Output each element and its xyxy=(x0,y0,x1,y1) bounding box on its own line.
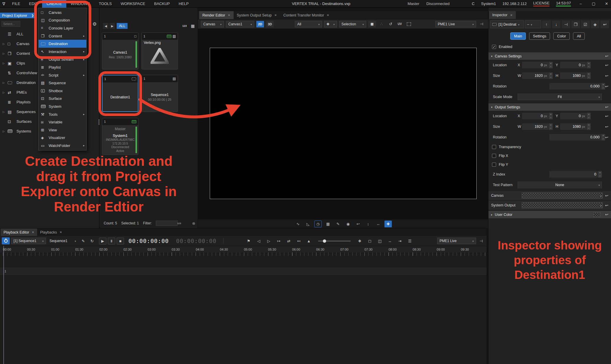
tab-render-editor[interactable]: Render Editor✕ xyxy=(199,11,234,19)
create-menu-item[interactable]: □ Canvas xyxy=(39,9,86,16)
playhead[interactable] xyxy=(4,246,4,364)
nav-next-button[interactable]: ▶ xyxy=(110,23,115,29)
close-tab-icon[interactable]: ✕ xyxy=(60,231,62,234)
inspector-tool-icon[interactable]: ↩ xyxy=(600,20,609,28)
stepper[interactable] xyxy=(549,123,553,130)
create-menu-item[interactable]: ◫ Composition xyxy=(39,16,86,24)
tile-destination1[interactable]: 1 Destination1 xyxy=(102,75,138,112)
canvas-size-h-field[interactable]: 1080px xyxy=(560,72,587,79)
transport-button[interactable]: ■ xyxy=(117,238,124,244)
create-menu-item[interactable]: ▭ WatchFolder ▸ xyxy=(39,142,86,150)
output-size-h-field[interactable]: 1080px xyxy=(560,123,587,130)
expand-arrow-icon[interactable]: ▷ xyxy=(3,62,8,65)
inspector-tool-icon[interactable]: ◈ xyxy=(591,20,600,28)
create-menu-item[interactable]: ❐ Content ▸ xyxy=(39,32,86,40)
create-menu-item[interactable]: (x) Variable xyxy=(39,118,86,126)
close-tab-icon[interactable]: ✕ xyxy=(228,14,230,17)
stepper[interactable] xyxy=(587,62,591,68)
z-index-field[interactable]: 0 xyxy=(549,171,598,178)
layer-filter-dropdown[interactable]: All xyxy=(295,21,322,27)
tile-vertex-png[interactable]: 1 ▧ Vertex.png xyxy=(141,32,178,70)
inspector-tool-icon[interactable]: ↑ xyxy=(542,20,551,28)
project-explorer-header[interactable]: Project Explorer ❯ xyxy=(0,13,36,18)
user-color-swatch[interactable] xyxy=(593,212,600,217)
expand-arrow-icon[interactable]: ▷ xyxy=(3,52,8,55)
timeline-tool-icon[interactable]: ◻ xyxy=(366,238,374,244)
viewport-tool-icon[interactable]: ◷ xyxy=(314,221,322,227)
tile-canvas1[interactable]: 1 □ Canvas1 Res: 1920,1080 xyxy=(102,32,138,70)
cue-tool-icon[interactable]: ◁ xyxy=(255,238,262,244)
filter-main-button[interactable]: Main xyxy=(510,32,526,40)
pme-live-dropdown[interactable]: PME1 Live xyxy=(437,238,476,244)
stepper[interactable] xyxy=(587,123,591,130)
inspector-tool-icon[interactable]: ☑ xyxy=(581,20,590,28)
flip-y-checkbox[interactable] xyxy=(492,163,496,167)
grid-view-icon[interactable]: ▦ xyxy=(191,24,195,28)
rotate-tool-icon[interactable]: ↺ xyxy=(387,21,394,27)
stepper[interactable] xyxy=(549,62,553,68)
cue-tool-icon[interactable]: ⇄ xyxy=(285,238,293,244)
timeline-tool-icon[interactable]: ❖ xyxy=(356,238,364,244)
menu-help[interactable]: HELP xyxy=(174,0,193,8)
expand-arrow-icon[interactable]: ▷ xyxy=(3,81,8,84)
pin-panel-icon[interactable]: ⊣ xyxy=(478,21,485,27)
menu-windows[interactable]: WINDOWS xyxy=(66,0,95,8)
stepper[interactable] xyxy=(549,72,553,79)
snap-grid-button[interactable]: ▦ xyxy=(368,21,376,27)
uv-mapping-icon[interactable]: UV xyxy=(396,21,403,27)
gear-icon[interactable]: ⚙ xyxy=(93,21,97,27)
canvas-location-y-field[interactable]: 0px xyxy=(560,62,587,68)
menu-edit[interactable]: EDIT xyxy=(24,0,42,8)
numeric-sort-icon[interactable]: 123 xyxy=(182,24,187,27)
filter-color-button[interactable]: Color xyxy=(553,32,570,40)
expand-arrow-icon[interactable]: ▷ xyxy=(3,130,8,133)
system-output-field[interactable] xyxy=(522,202,603,208)
tab-content-transfer-monitor[interactable]: Content Transfer Monitor✕ xyxy=(280,11,333,19)
minimize-button[interactable]: – xyxy=(577,1,584,6)
inspected-object-dropdown[interactable]: [1] Destinat xyxy=(490,20,524,28)
stepper[interactable] xyxy=(549,113,553,119)
create-menu-item[interactable]: ⊞ View xyxy=(39,126,86,134)
snap-points-icon[interactable]: ∴ xyxy=(378,21,385,27)
timeline-tool-icon[interactable]: ↔ xyxy=(386,238,394,244)
viewport-tool-icon[interactable]: ◉ xyxy=(344,221,352,227)
close-button[interactable]: ✕ xyxy=(603,1,610,6)
cue-tool-icon[interactable]: ▷ xyxy=(265,238,273,244)
playback-power-button[interactable] xyxy=(2,237,10,244)
filter-input[interactable] xyxy=(156,221,178,226)
selection-mode-dropdown[interactable]: Selection xyxy=(339,21,366,27)
reset-icon[interactable]: ↩ xyxy=(605,74,608,78)
cue-tool-icon[interactable]: ↦ xyxy=(275,238,283,244)
output-size-w-field[interactable]: 1920px xyxy=(522,123,549,130)
canvas-settings-header[interactable]: ▾ Canvas Settings ↩ xyxy=(488,52,611,60)
tab-system-output-setup[interactable]: System Output Setup✕ xyxy=(234,11,280,19)
viewport-tool-icon[interactable]: ◺ xyxy=(304,221,312,227)
create-menu-item[interactable]: System xyxy=(39,102,86,110)
inspector-tool-icon[interactable]: ❐ xyxy=(571,20,580,28)
canvas-ref-field[interactable] xyxy=(522,193,603,198)
clear-filter-icon[interactable]: ⊗ xyxy=(192,221,195,226)
license-button[interactable]: LICENSE xyxy=(533,1,550,6)
reset-icon[interactable]: ↩ xyxy=(605,63,608,67)
transport-button[interactable]: Ⅱ xyxy=(108,238,115,244)
mode-2d-button[interactable]: 2D xyxy=(256,21,264,27)
transparency-checkbox[interactable] xyxy=(492,145,496,149)
timeline-ruler[interactable]: 00:0000:3001:0001:3002:0002:3003:0003:30… xyxy=(0,246,487,252)
filter-settings-button[interactable]: Settings xyxy=(529,32,550,40)
stepper[interactable] xyxy=(601,83,605,90)
reset-icon[interactable]: ↩ xyxy=(605,84,608,89)
inspector-tool-icon[interactable]: ↓ xyxy=(552,20,561,28)
viewport-tool-icon[interactable]: ↩ xyxy=(354,221,362,227)
reset-icon[interactable]: ↩ xyxy=(605,105,608,109)
canvas-size-w-field[interactable]: 1920px xyxy=(522,72,549,79)
stepper[interactable] xyxy=(598,171,602,178)
stepper[interactable] xyxy=(587,72,591,79)
cue-tool-icon[interactable]: ⚑ xyxy=(245,238,252,244)
menu-tools[interactable]: TOOLS xyxy=(95,0,116,8)
nav-prev-button[interactable]: ◀ xyxy=(103,23,108,29)
all-filter-button[interactable]: ALL xyxy=(117,23,128,29)
filter-all-button[interactable]: All xyxy=(573,32,585,40)
create-menu-item[interactable]: ⌗ Console Layer xyxy=(39,24,86,32)
playback-tool-icon[interactable]: ↻ xyxy=(88,238,96,244)
reset-icon[interactable]: ↩ xyxy=(605,135,608,140)
